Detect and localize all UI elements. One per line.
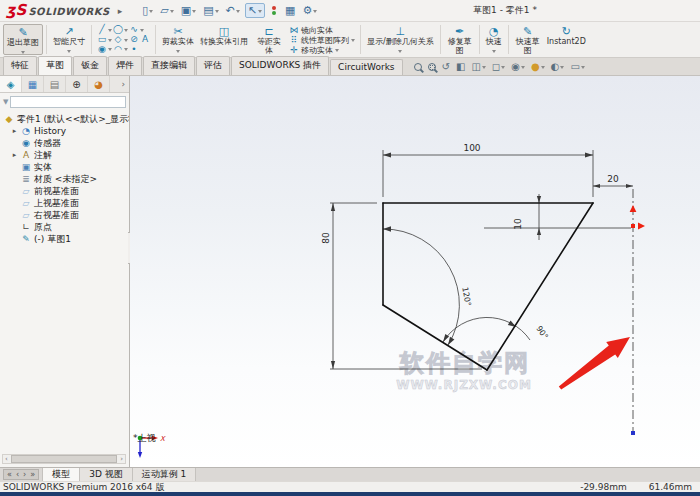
convert-entities-button[interactable]: ◫ 转换实体引用 [197, 24, 251, 55]
tab-weldments[interactable]: 焊件 [108, 56, 142, 75]
tree-item-front-plane[interactable]: ▱ 前视基准面 [0, 185, 129, 197]
tab-direct-editing[interactable]: 直接编辑 [143, 56, 195, 75]
panel-horizontal-scrollbar[interactable]: ‹ › [2, 454, 126, 464]
dim-value-height[interactable]: 80 [321, 232, 331, 244]
save-button[interactable]: ▣ [179, 4, 198, 17]
edit-appearance-button[interactable]: ● [531, 62, 545, 72]
dimension-angle-120[interactable]: 120° [383, 226, 473, 345]
view-settings-button[interactable]: ▭ [570, 62, 584, 72]
tab-propertymanager[interactable]: ▦ [22, 76, 44, 92]
dim-value-angle-bottom[interactable]: 90° [534, 324, 550, 341]
panel-tabs-overflow-button[interactable]: › [117, 76, 129, 92]
dropdown-caret-icon[interactable] [258, 10, 262, 15]
tab-configurationmanager[interactable]: ▤ [44, 76, 66, 92]
offset-entities-button[interactable]: ⊏ 等距实体 [251, 24, 287, 55]
tree-item-solid-bodies[interactable]: ▣ 实体 [0, 161, 129, 173]
tree-item-right-plane[interactable]: ▱ 右视基准面 [0, 209, 129, 221]
tab-features[interactable]: 特征 [3, 56, 37, 75]
dim-value-width[interactable]: 100 [463, 143, 480, 153]
point-tool-icon[interactable]: • [129, 45, 139, 54]
rapid-sketch-button[interactable]: ✎ 快速草图 [512, 24, 544, 55]
dimension-height-80[interactable]: 80 [321, 203, 482, 369]
tab-circuitworks[interactable]: CircuitWorks [330, 59, 402, 75]
quick-snaps-button[interactable]: ◔ 快速 [483, 24, 505, 55]
first-tab-icon[interactable]: « [7, 470, 12, 479]
hide-show-items-button[interactable]: ◉ [511, 62, 525, 72]
tab-displaymanager[interactable]: ◕ [88, 76, 110, 92]
repair-sketch-button[interactable]: ✒ 修复草图 [444, 24, 476, 55]
mirror-entities-button[interactable]: ⋈ 镜向实体 [289, 25, 355, 35]
dropdown-caret-icon[interactable] [149, 10, 153, 15]
tab-motion-study[interactable]: 运动算例 1 [133, 468, 197, 481]
dropdown-caret-icon[interactable] [482, 66, 486, 71]
dropdown-caret-icon[interactable] [560, 66, 564, 71]
options-button[interactable]: ⚙ [300, 4, 319, 17]
select-tool-button[interactable]: ↖ [245, 3, 265, 18]
scroll-right-arrow-icon[interactable]: › [118, 455, 125, 463]
view-orientation-button[interactable]: ◫ [471, 62, 485, 72]
dropdown-caret-icon[interactable] [581, 66, 585, 71]
tab-scroll-buttons[interactable]: « ‹ › » [3, 469, 39, 480]
polygon-tool-icon[interactable]: ◇ [113, 35, 123, 44]
tree-item-annotations[interactable]: ▸ A 注解 [0, 149, 129, 161]
drag-handle-point[interactable] [631, 224, 635, 228]
dim-value-angle-left[interactable]: 120° [460, 286, 472, 307]
line-tool-icon[interactable]: ╱ [97, 25, 107, 34]
display-style-button[interactable]: ◻ [492, 62, 505, 72]
next-tab-icon[interactable]: › [23, 470, 26, 479]
dropdown-caret-icon[interactable] [236, 10, 240, 15]
dimension-angle-90[interactable]: 90° [443, 317, 550, 342]
section-view-button[interactable]: ◧ [456, 62, 465, 72]
dimension-width-100[interactable]: 100 [383, 143, 593, 197]
tab-sketch[interactable]: 草图 [38, 56, 72, 75]
file-properties-button[interactable]: ▦ [283, 4, 297, 17]
previous-view-button[interactable]: ↺ [442, 62, 450, 72]
tab-sheet-metal[interactable]: 钣金 [73, 56, 107, 75]
graphics-viewport[interactable]: 软件自学网 WWW.RJZXW.COM 100 20 [130, 76, 700, 467]
dropdown-caret-icon[interactable] [170, 10, 174, 15]
sketch-canvas[interactable]: 软件自学网 WWW.RJZXW.COM 100 20 [130, 76, 700, 467]
expander-icon[interactable]: ▸ [11, 127, 18, 135]
instant2d-button[interactable]: ↻ Instant2D [544, 24, 589, 55]
undo-button[interactable]: ↶ [224, 4, 242, 17]
open-button[interactable]: ▱ [158, 4, 175, 17]
tree-item-top-plane[interactable]: ▱ 上视基准面 [0, 197, 129, 209]
dim-value-offset[interactable]: 20 [607, 174, 619, 184]
dropdown-caret-icon[interactable] [351, 39, 355, 44]
dropdown-caret-icon[interactable] [521, 66, 525, 71]
scroll-left-arrow-icon[interactable]: ‹ [3, 455, 10, 463]
menu-flyout-arrow-icon[interactable]: ▸ [118, 6, 123, 16]
prev-tab-icon[interactable]: ‹ [16, 470, 19, 479]
tab-featuremanager-tree[interactable]: ◈ [0, 76, 22, 92]
dropdown-caret-icon[interactable] [176, 50, 180, 55]
dim-value-step[interactable]: 10 [513, 218, 523, 230]
dropdown-caret-icon[interactable] [215, 10, 219, 15]
dropdown-caret-icon[interactable] [21, 51, 25, 56]
scrollbar-thumb[interactable] [11, 455, 117, 463]
dropdown-caret-icon[interactable] [124, 39, 128, 44]
dropdown-caret-icon[interactable] [124, 48, 128, 53]
exit-sketch-button[interactable]: ✎ 退出草图 [3, 24, 43, 55]
centerline-endpoint[interactable] [631, 431, 635, 435]
dimension-offset-20[interactable]: 20 [593, 174, 633, 188]
drag-handle-up-icon[interactable] [630, 205, 637, 212]
tree-item-origin[interactable]: ∟ 原点 [0, 221, 129, 233]
dropdown-caret-icon[interactable] [192, 10, 196, 15]
dropdown-caret-icon[interactable] [398, 50, 402, 55]
expander-icon[interactable]: ▸ [11, 151, 18, 159]
print-button[interactable]: ▤ [201, 4, 220, 17]
tab-solidworks-addins[interactable]: SOLIDWORKS 插件 [231, 56, 329, 75]
new-document-button[interactable]: ▯ [140, 4, 155, 17]
dropdown-caret-icon[interactable] [108, 39, 112, 44]
tree-item-sketch1[interactable]: ✎ (-) 草图1 [0, 233, 129, 245]
move-entities-button[interactable]: ✛ 移动实体 [289, 45, 355, 55]
tab-3d-views[interactable]: 3D 视图 [80, 468, 133, 481]
tree-item-sensors[interactable]: ◉ 传感器 [0, 137, 129, 149]
arc-tool-icon[interactable]: ◠ [113, 45, 123, 54]
ellipse-tool-icon[interactable]: ⊘ [129, 35, 139, 44]
dropdown-caret-icon[interactable] [108, 29, 112, 34]
dropdown-caret-icon[interactable] [541, 66, 545, 71]
rectangle-tool-icon[interactable]: ▭ [97, 35, 107, 44]
tree-item-material[interactable]: ≣ 材质 <未指定> [0, 173, 129, 185]
zoom-to-area-button[interactable] [428, 63, 436, 71]
